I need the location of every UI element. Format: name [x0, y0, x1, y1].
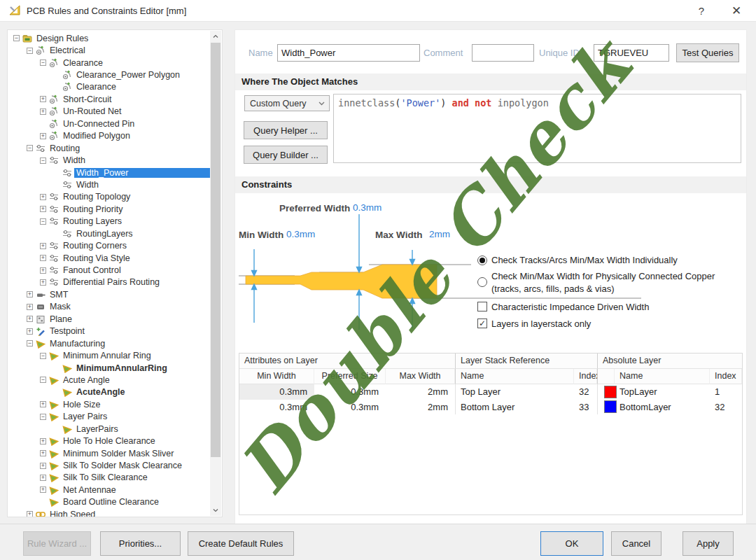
tree-expander[interactable]: −: [27, 145, 33, 151]
tree-item[interactable]: −Routing: [8, 142, 210, 154]
radio-check-individually[interactable]: [477, 255, 487, 265]
scroll-up-icon[interactable]: [213, 34, 218, 39]
close-button[interactable]: ✕: [721, 0, 752, 21]
query-builder-button[interactable]: Query Builder ...: [244, 146, 328, 164]
tree-expander[interactable]: +: [40, 486, 46, 493]
ok-button[interactable]: OK: [540, 531, 603, 556]
tree-item[interactable]: +Un-Routed Net: [8, 106, 210, 118]
table-column-header[interactable]: Name: [615, 369, 710, 384]
layer-color-swatch[interactable]: [597, 400, 615, 415]
tree-expander[interactable]: +: [40, 96, 46, 102]
name-input[interactable]: [277, 44, 420, 62]
tree-item[interactable]: LayerPairs: [8, 423, 210, 435]
tree-expander[interactable]: +: [27, 304, 33, 310]
table-column-header[interactable]: Min Width: [239, 369, 314, 384]
tree-item[interactable]: Un-Connected Pin: [8, 118, 210, 130]
tree-item[interactable]: −Layer Pairs: [8, 411, 210, 423]
tree-expander[interactable]: +: [40, 108, 46, 115]
table-cell[interactable]: 32: [710, 400, 742, 415]
tree-expander[interactable]: +: [40, 206, 46, 212]
tree-item[interactable]: +Silk To Silk Clearance: [8, 472, 210, 484]
tree-expander[interactable]: +: [40, 463, 46, 469]
table-cell[interactable]: 33: [574, 400, 597, 415]
tree-item[interactable]: +Hole Size: [8, 398, 210, 410]
tree-item[interactable]: +Silk To Solder Mask Clearance: [8, 459, 210, 471]
cancel-button[interactable]: Cancel: [611, 531, 662, 556]
tree-expander[interactable]: +: [40, 279, 46, 286]
tree-item[interactable]: Width_Power: [8, 167, 210, 178]
tree-expander[interactable]: +: [27, 511, 33, 517]
tree-item[interactable]: +Routing Corners: [8, 239, 210, 251]
table-cell[interactable]: 2mm: [386, 384, 455, 400]
tree-expander[interactable]: +: [40, 401, 46, 407]
tree-scrollbar[interactable]: [210, 31, 221, 516]
query-text-area[interactable]: innetclass('Power') and not inpolygon: [333, 94, 741, 163]
tree-item[interactable]: +Plane: [8, 313, 210, 325]
query-kind-dropdown[interactable]: Custom Query: [244, 95, 330, 111]
tree-item[interactable]: +Testpoint: [8, 326, 210, 337]
table-column-header[interactable]: Preferred Size: [314, 369, 386, 384]
tree-item[interactable]: +Routing Via Style: [8, 252, 210, 264]
table-cell[interactable]: 1: [710, 384, 742, 400]
tree-item[interactable]: −Manufacturing: [8, 337, 210, 349]
table-cell[interactable]: 0.3mm: [239, 400, 314, 415]
tree-expander[interactable]: +: [40, 438, 46, 444]
tree-expander[interactable]: −: [40, 414, 46, 420]
tree-expander[interactable]: +: [40, 194, 46, 200]
table-cell[interactable]: 0.3mm: [314, 400, 386, 415]
checkbox-impedance[interactable]: [477, 302, 487, 312]
tree-expander[interactable]: +: [40, 255, 46, 261]
tree-item[interactable]: +High Speed: [8, 508, 210, 517]
tree-item[interactable]: +Differential Pairs Routing: [8, 276, 210, 288]
checkbox-layerstack[interactable]: ✓: [477, 318, 487, 328]
tree-expander[interactable]: −: [40, 158, 46, 164]
tree-expander[interactable]: −: [40, 353, 46, 359]
tree-item[interactable]: MinimumAnnularRing: [8, 362, 210, 374]
tree-item[interactable]: +Hole To Hole Clearance: [8, 435, 210, 447]
test-queries-button[interactable]: Test Queries: [676, 43, 739, 62]
tree-item[interactable]: +Routing Topology: [8, 191, 210, 203]
table-cell[interactable]: 2mm: [386, 400, 455, 415]
table-cell[interactable]: 32: [574, 384, 597, 400]
tree-expander[interactable]: −: [40, 377, 46, 383]
table-column-header[interactable]: Index: [574, 369, 597, 384]
comment-input[interactable]: [472, 44, 534, 62]
table-cell[interactable]: BottomLayer: [615, 400, 710, 415]
tree-expander[interactable]: +: [40, 450, 46, 456]
table-column-header[interactable]: [597, 369, 615, 384]
tree-expander[interactable]: +: [40, 475, 46, 481]
tree-expander[interactable]: −: [40, 218, 46, 225]
tree-item[interactable]: −Minimum Annular Ring: [8, 349, 210, 361]
tree-item[interactable]: −Electrical: [8, 44, 210, 56]
unique-id-input[interactable]: [594, 44, 669, 62]
tree-expander[interactable]: +: [40, 267, 46, 274]
tree-item[interactable]: +Short-Circuit: [8, 93, 210, 105]
tree-expander[interactable]: +: [27, 291, 33, 298]
table-cell[interactable]: TopLayer: [615, 384, 710, 400]
table-column-header[interactable]: Index: [710, 369, 742, 384]
tree-expander[interactable]: +: [27, 328, 33, 335]
tree-item[interactable]: −Routing Layers: [8, 216, 210, 227]
tree-expander[interactable]: +: [40, 133, 46, 139]
tree-expander[interactable]: +: [40, 243, 46, 249]
apply-button[interactable]: Apply: [682, 531, 734, 556]
radio-check-connected[interactable]: [477, 277, 487, 287]
tree-item[interactable]: −Design Rules: [8, 32, 210, 44]
tree-item[interactable]: RoutingLayers: [8, 227, 210, 239]
tree-item[interactable]: +Net Antennae: [8, 484, 210, 496]
query-helper-button[interactable]: Query Helper ...: [244, 121, 328, 139]
scroll-down-icon[interactable]: [213, 507, 218, 513]
tree-item[interactable]: +Fanout Control: [8, 264, 210, 276]
tree-item[interactable]: +Modified Polygon: [8, 130, 210, 142]
tree-item[interactable]: Clearance_Power Polygon: [8, 69, 210, 80]
table-column-header[interactable]: Max Width: [386, 369, 455, 384]
tree-item[interactable]: +SMT: [8, 288, 210, 300]
tree-item[interactable]: +Minimum Solder Mask Sliver: [8, 447, 210, 459]
table-column-header[interactable]: Name: [455, 369, 574, 384]
tree-item[interactable]: Clearance: [8, 81, 210, 93]
table-cell[interactable]: 0.3mm: [239, 384, 314, 400]
tree-item[interactable]: Board Outline Clearance: [8, 496, 210, 508]
priorities-button[interactable]: Priorities...: [100, 531, 181, 556]
tree-expander[interactable]: −: [27, 48, 33, 54]
create-default-rules-button[interactable]: Create Default Rules: [188, 531, 294, 556]
